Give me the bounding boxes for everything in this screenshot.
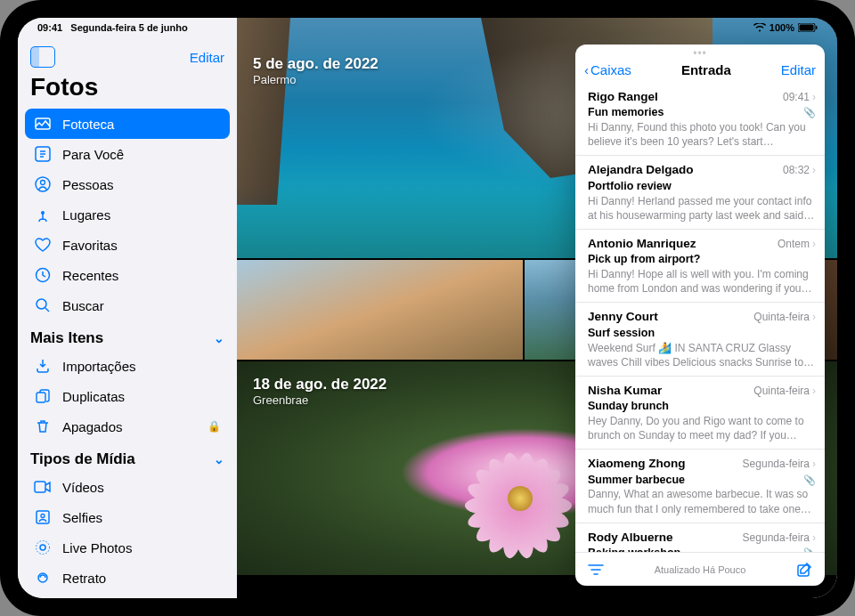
svg-point-14 bbox=[40, 545, 45, 550]
mail-message-row[interactable]: Antonio ManriquezOntem ›Pick up from air… bbox=[575, 230, 825, 303]
svg-rect-10 bbox=[37, 393, 45, 402]
sidebar-section-more[interactable]: Mais Itens ⌄ bbox=[18, 320, 237, 351]
places-icon bbox=[34, 206, 52, 223]
sidebar-item-label: Live Photos bbox=[62, 540, 132, 555]
sidebar-item-recentes[interactable]: Recentes bbox=[25, 260, 230, 290]
mail-sender: Jenny Court bbox=[588, 309, 658, 325]
mail-time: Quinta-feira › bbox=[753, 384, 816, 398]
status-time: 09:41 bbox=[37, 22, 62, 33]
mail-time: 09:41 › bbox=[783, 90, 816, 104]
clock-icon bbox=[34, 266, 52, 284]
chevron-left-icon: ‹ bbox=[584, 62, 589, 77]
sidebar-section-media[interactable]: Tipos de Mídia ⌄ bbox=[18, 442, 237, 472]
lock-icon: 🔒 bbox=[208, 420, 221, 433]
chevron-down-icon: ⌄ bbox=[214, 331, 224, 345]
chevron-right-icon: › bbox=[812, 384, 816, 398]
selfie-icon bbox=[34, 508, 52, 526]
mail-time: 08:32 › bbox=[783, 163, 816, 177]
sidebar-item-paravoce[interactable]: Para Você bbox=[25, 139, 230, 169]
mail-sender: Alejandra Delgado bbox=[588, 162, 694, 178]
sidebar-item-livephotos[interactable]: Live Photos bbox=[25, 532, 230, 563]
sidebar-item-favoritas[interactable]: Favoritas bbox=[25, 230, 230, 260]
status-date: Segunda-feira 5 de junho bbox=[70, 22, 187, 33]
people-icon bbox=[34, 175, 52, 193]
sidebar-item-label: Buscar bbox=[62, 298, 104, 313]
mail-message-row[interactable]: Alejandra Delgado08:32 ›Portfolio review… bbox=[575, 156, 825, 229]
mail-title: Entrada bbox=[681, 62, 731, 77]
compose-icon[interactable] bbox=[796, 562, 812, 578]
chevron-right-icon: › bbox=[812, 237, 816, 251]
sidebar-item-importacoes[interactable]: Importações bbox=[25, 351, 230, 381]
sidebar-item-videos[interactable]: Vídeos bbox=[25, 472, 230, 502]
live-icon bbox=[34, 539, 52, 556]
sidebar-item-retrato[interactable]: Retrato bbox=[25, 563, 230, 593]
search-icon bbox=[34, 296, 52, 314]
mail-preview: Hi Danny, Found this photo you took! Can… bbox=[588, 120, 816, 149]
sidebar-item-label: Importações bbox=[62, 359, 136, 374]
photo-thumbnail[interactable] bbox=[237, 260, 523, 360]
battery-icon bbox=[798, 23, 818, 32]
mail-message-row[interactable]: Rigo Rangel09:41 ›Fun memories📎Hi Danny,… bbox=[575, 83, 825, 156]
trash-icon bbox=[34, 417, 52, 435]
import-icon bbox=[34, 357, 52, 375]
sidebar-item-label: Retrato bbox=[62, 571, 106, 586]
mail-message-row[interactable]: Jenny CourtQuinta-feira ›Surf sessionWee… bbox=[575, 303, 825, 376]
sidebar-item-label: Duplicatas bbox=[62, 389, 125, 404]
chevron-right-icon: › bbox=[812, 531, 816, 545]
slideover-grabber[interactable] bbox=[575, 45, 825, 62]
mail-back-button[interactable]: ‹ Caixas bbox=[584, 62, 631, 77]
battery-text: 100% bbox=[770, 22, 794, 33]
duplicates-icon bbox=[34, 387, 52, 405]
wifi-icon bbox=[753, 23, 766, 32]
sidebar-item-duplicatas[interactable]: Duplicatas bbox=[25, 381, 230, 411]
mail-sender: Rody Albuerne bbox=[588, 530, 673, 546]
home-indicator[interactable] bbox=[374, 589, 481, 593]
photo-group-date: 5 de ago. de 2022 bbox=[253, 55, 379, 73]
mail-time: Quinta-feira › bbox=[753, 310, 816, 324]
mail-message-row[interactable]: Xiaomeng ZhongSegunda-feira ›Summer barb… bbox=[575, 450, 825, 523]
mail-message-row[interactable]: Nisha KumarQuinta-feira ›Sunday brunchHe… bbox=[575, 377, 825, 450]
svg-point-6 bbox=[41, 181, 45, 185]
sidebar-item-selfies[interactable]: Selfies bbox=[25, 502, 230, 532]
status-bar: 09:41 Segunda-feira 5 de junho 100% bbox=[18, 18, 837, 37]
photos-sidebar: Editar Fotos Fototeca Para Você Pessoas bbox=[18, 18, 237, 598]
sidebar-edit-button[interactable]: Editar bbox=[190, 50, 224, 65]
mail-subject: Summer barbecue bbox=[588, 473, 685, 488]
portrait-icon bbox=[34, 569, 52, 587]
mail-slideover[interactable]: ‹ Caixas Entrada Editar Rigo Rangel09:41… bbox=[575, 45, 825, 586]
photo-group-location: Palermo bbox=[253, 73, 379, 86]
mail-footer-status: Atualizado Há Pouco bbox=[655, 564, 746, 575]
photo-group-location: Greenbrae bbox=[253, 393, 387, 407]
svg-point-15 bbox=[37, 541, 50, 555]
mail-subject: Sunday brunch bbox=[588, 399, 669, 414]
sidebar-item-pessoas[interactable]: Pessoas bbox=[25, 169, 230, 199]
sidebar-toggle-icon[interactable] bbox=[30, 46, 55, 68]
mail-preview: Weekend Surf 🏄 IN SANTA CRUZ Glassy wave… bbox=[588, 341, 816, 369]
sidebar-item-lugares[interactable]: Lugares bbox=[25, 199, 230, 230]
sidebar-item-fototeca[interactable]: Fototeca bbox=[25, 109, 230, 139]
filter-icon[interactable] bbox=[588, 563, 604, 576]
sidebar-title: Fotos bbox=[18, 69, 237, 109]
video-icon bbox=[34, 478, 52, 496]
sidebar-item-apagados[interactable]: Apagados 🔒 bbox=[25, 411, 230, 442]
mail-time: Segunda-feira › bbox=[743, 531, 816, 545]
sidebar-item-label: Selfies bbox=[62, 510, 102, 525]
for-you-icon bbox=[34, 145, 52, 163]
sidebar-item-label: Apagados bbox=[62, 419, 123, 434]
mail-edit-button[interactable]: Editar bbox=[781, 62, 816, 77]
mail-message-list[interactable]: Rigo Rangel09:41 ›Fun memories📎Hi Danny,… bbox=[575, 83, 825, 552]
mail-preview: Hi Danny! Hope all is well with you. I'm… bbox=[588, 267, 816, 296]
mail-subject: Pick up from airport? bbox=[588, 252, 700, 267]
mail-subject: Baking workshop bbox=[588, 546, 680, 552]
mail-sender: Antonio Manriquez bbox=[588, 236, 696, 252]
photo-library-icon bbox=[34, 115, 52, 133]
mail-time: Segunda-feira › bbox=[743, 457, 816, 471]
mail-message-row[interactable]: Rody AlbuerneSegunda-feira ›Baking works… bbox=[575, 523, 825, 552]
sidebar-item-buscar[interactable]: Buscar bbox=[25, 290, 230, 320]
svg-rect-11 bbox=[35, 482, 45, 492]
chevron-right-icon: › bbox=[812, 90, 816, 104]
chevron-right-icon: › bbox=[812, 163, 816, 177]
attachment-icon: 📎 bbox=[803, 547, 816, 552]
sidebar-item-label: Favoritas bbox=[62, 238, 118, 253]
svg-rect-1 bbox=[800, 25, 814, 31]
